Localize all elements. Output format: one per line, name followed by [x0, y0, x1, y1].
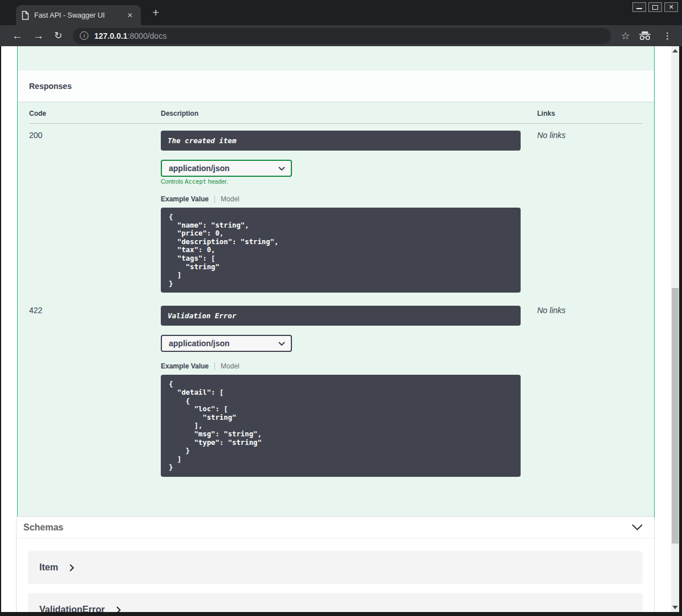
tab-example-value[interactable]: Example Value	[161, 362, 209, 370]
example-json: { "name": "string", "price": 0, "descrip…	[169, 213, 513, 287]
scrollbar[interactable]	[671, 46, 679, 612]
page-icon	[22, 11, 29, 20]
browser-menu-icon[interactable]: ⋮	[660, 31, 675, 41]
url-path: :8000/docs	[128, 31, 167, 40]
tab-example-value[interactable]: Example Value	[161, 195, 209, 203]
maximize-button[interactable]	[648, 2, 662, 12]
response-description-cell: Validation Error application/json Exampl…	[161, 306, 537, 477]
tab-close-icon[interactable]: ✕	[125, 11, 135, 19]
responses-section-header: Responses	[18, 71, 654, 102]
incognito-icon	[638, 31, 652, 40]
site-info-icon[interactable]: i	[80, 31, 88, 40]
minimize-icon	[636, 8, 642, 9]
media-type-value: application/json	[169, 164, 230, 173]
column-links: Links	[537, 110, 643, 117]
swagger-page: Responses Code Description Links 200 The…	[0, 46, 682, 616]
responses-table: Code Description Links 200 The created i…	[18, 102, 654, 477]
response-code: 200	[29, 131, 161, 293]
response-row-422: 422 Validation Error application/json Ex…	[29, 299, 643, 477]
response-description: Validation Error	[161, 306, 521, 326]
tab-separator	[214, 196, 215, 203]
example-json: { "detail": [ { "loc": [ "string" ], "ms…	[169, 380, 513, 472]
response-links: No links	[537, 306, 643, 477]
example-code-block: { "detail": [ { "loc": [ "string" ], "ms…	[161, 375, 521, 477]
window-border-right	[679, 46, 682, 616]
tab-model[interactable]: Model	[221, 362, 239, 370]
chevron-down-icon[interactable]	[632, 524, 643, 530]
url-host: 127.0.0.1	[94, 31, 127, 40]
chevron-right-icon	[70, 564, 74, 572]
column-description: Description	[161, 110, 537, 117]
tab-separator	[214, 363, 215, 370]
schemas-section: Schemas Item ValidationError	[16, 516, 655, 616]
chevron-down-icon	[278, 167, 285, 171]
schemas-header[interactable]: Schemas	[17, 517, 654, 538]
tab-model[interactable]: Model	[221, 195, 239, 203]
response-code: 422	[29, 306, 161, 477]
address-bar[interactable]: i 127.0.0.1:8000/docs	[73, 28, 611, 44]
schema-item[interactable]: Item	[28, 551, 643, 584]
scrollbar-thumb[interactable]	[672, 288, 679, 544]
tab-title: Fast API - Swagger UI	[34, 11, 125, 19]
response-description: The created item	[161, 131, 521, 151]
accept-header-note: Controls Accept header.	[161, 178, 537, 185]
chevron-down-icon	[278, 342, 285, 346]
schemas-title: Schemas	[23, 522, 63, 533]
media-type-select[interactable]: application/json	[161, 160, 292, 177]
reload-icon[interactable]: ↻	[49, 31, 67, 40]
media-type-select[interactable]: application/json	[161, 335, 292, 352]
window-controls: ✕	[632, 2, 678, 12]
response-description-cell: The created item application/json Contro…	[161, 131, 537, 293]
browser-tab[interactable]: Fast API - Swagger UI ✕	[16, 5, 141, 25]
close-button[interactable]: ✕	[664, 2, 678, 12]
scroll-up-icon[interactable]	[672, 49, 678, 52]
browser-titlebar: Fast API - Swagger UI ✕ + ✕	[0, 0, 682, 25]
back-icon[interactable]: ←	[7, 30, 28, 41]
response-row-200: 200 The created item application/json Co…	[29, 124, 643, 299]
window-border-left	[0, 46, 1, 616]
maximize-icon	[652, 5, 658, 10]
schema-name: Item	[39, 562, 58, 573]
opblock-body-spacer	[18, 46, 654, 71]
example-code-block: { "name": "string", "price": 0, "descrip…	[161, 208, 521, 293]
responses-title: Responses	[29, 82, 72, 91]
minimize-button[interactable]	[632, 2, 646, 12]
url-text[interactable]: 127.0.0.1:8000/docs	[94, 31, 167, 40]
response-links: No links	[537, 131, 643, 293]
browser-toolbar: ← → ↻ i 127.0.0.1:8000/docs ☆ ⋮	[0, 25, 682, 46]
forward-icon[interactable]: →	[28, 30, 49, 41]
example-model-tabs: Example Value Model	[161, 362, 537, 370]
bookmark-star-icon[interactable]: ☆	[621, 30, 630, 42]
example-model-tabs: Example Value Model	[161, 195, 537, 203]
media-type-value: application/json	[169, 339, 230, 348]
scroll-down-icon[interactable]	[672, 606, 678, 609]
window-border-bottom	[0, 612, 682, 616]
toolbar-right: ☆ ⋮	[621, 30, 675, 42]
responses-table-header: Code Description Links	[29, 110, 643, 124]
column-code: Code	[29, 110, 161, 117]
post-operation-block: Responses Code Description Links 200 The…	[17, 46, 655, 538]
new-tab-button[interactable]: +	[149, 5, 163, 21]
